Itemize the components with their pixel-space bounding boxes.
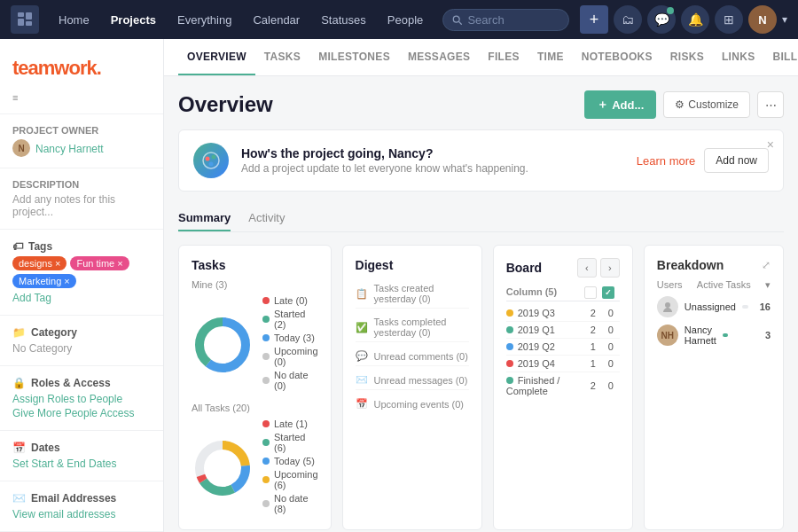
- content-tabs: Summary Activity: [178, 206, 784, 232]
- nav-everything[interactable]: Everything: [168, 8, 240, 32]
- svg-line-5: [459, 21, 462, 24]
- breakdown-expand-btn[interactable]: ⤢: [762, 259, 771, 271]
- chat-icon-btn[interactable]: 💬: [647, 5, 676, 34]
- board-prev-btn[interactable]: ‹: [577, 258, 597, 278]
- tasks-mine-donut: [192, 314, 254, 376]
- digest-item-4: 📅 Upcoming events (0): [356, 395, 469, 413]
- tab-messages[interactable]: Messages: [399, 40, 479, 75]
- breakdown-avatar-0: [657, 296, 678, 317]
- svg-point-18: [665, 302, 670, 308]
- board-row-0: 2019 Q3 2 0: [506, 305, 620, 322]
- folder-icon-btn[interactable]: 🗂: [614, 5, 642, 34]
- nav-statuses[interactable]: Statuses: [312, 8, 375, 32]
- learn-more-link[interactable]: Learn more: [637, 154, 695, 168]
- view-email-link[interactable]: View email addresses: [12, 508, 151, 520]
- assign-roles-link[interactable]: Assign Roles to People: [12, 393, 151, 405]
- digest-icon-1: ✅: [356, 322, 368, 333]
- nav-home[interactable]: Home: [50, 8, 98, 32]
- more-options-button[interactable]: ⋯: [757, 91, 784, 118]
- board-header-checkbox[interactable]: [584, 286, 597, 299]
- digest-icon-4: 📅: [356, 398, 368, 410]
- sidebar-dates: 📅 Dates Set Start & End Dates: [0, 436, 163, 475]
- nav-projects[interactable]: Projects: [102, 8, 165, 32]
- breakdown-title: Breakdown: [657, 258, 762, 272]
- bell-icon-btn[interactable]: 🔔: [681, 5, 709, 34]
- breakdown-row-1: NH Nancy Harnett 3: [657, 325, 771, 346]
- tab-overview[interactable]: Overview: [178, 40, 255, 75]
- add-tag-link[interactable]: Add Tag: [12, 292, 151, 304]
- svg-rect-3: [26, 21, 32, 26]
- summary-grid: Tasks Mine (3): [178, 245, 784, 530]
- sidebar-description: Description Add any notes for this proje…: [0, 174, 163, 223]
- tag-funtime[interactable]: Fun time ×: [70, 256, 129, 270]
- tab-notebooks[interactable]: Notebooks: [573, 40, 661, 75]
- banner-close-button[interactable]: ×: [767, 137, 774, 152]
- search-bar[interactable]: [442, 9, 569, 31]
- user-menu-chevron[interactable]: ▾: [782, 13, 787, 26]
- board-row-4: Finished / Complete 2 0: [506, 372, 620, 399]
- tab-risks[interactable]: Risks: [661, 40, 713, 75]
- tab-milestones[interactable]: Milestones: [309, 40, 399, 75]
- digest-icon-0: 📋: [356, 288, 368, 300]
- breakdown-count-1: 3: [756, 330, 771, 340]
- nav-calendar[interactable]: Calendar: [244, 8, 309, 32]
- svg-point-7: [206, 157, 210, 161]
- tasks-all-donut: [192, 437, 254, 499]
- tasks-card: Tasks Mine (3): [178, 245, 332, 530]
- board-next-btn[interactable]: ›: [600, 258, 620, 278]
- digest-card: Digest 📋 Tasks created yesterday (0) ✅ T…: [342, 245, 482, 530]
- tab-links[interactable]: Links: [713, 40, 764, 75]
- tab-activity[interactable]: Activity: [248, 206, 285, 231]
- app-logo-icon[interactable]: [11, 5, 39, 34]
- digest-item-3: ✉️ Unread messages (0): [356, 371, 469, 390]
- breakdown-name-1: Nancy Harnett: [685, 325, 716, 346]
- owner-name-link[interactable]: Nancy Harnett: [35, 143, 104, 155]
- grid-icon-btn[interactable]: ⊞: [715, 5, 743, 34]
- svg-rect-0: [18, 12, 24, 17]
- banner-text: How's the project going, Nancy? Add a pr…: [241, 146, 528, 175]
- breakdown-avatar-1: NH: [657, 325, 678, 346]
- svg-point-4: [454, 16, 460, 22]
- set-dates-link[interactable]: Set Start & End Dates: [12, 458, 151, 470]
- tab-billing[interactable]: Billing: [763, 40, 798, 75]
- tab-tasks[interactable]: Tasks: [255, 40, 309, 75]
- customize-button[interactable]: ⚙ Customize: [663, 91, 750, 118]
- tab-summary[interactable]: Summary: [178, 206, 231, 231]
- breakdown-bar-1: [723, 333, 750, 337]
- banner-actions: Learn more Add now: [637, 148, 769, 173]
- sub-navigation: Overview Tasks Milestones Messages Files…: [164, 39, 798, 76]
- give-access-link[interactable]: Give More People Access: [12, 407, 151, 419]
- svg-rect-2: [26, 12, 32, 20]
- sidebar-category: 📁 Category No Category: [0, 321, 163, 360]
- teamwork-logo: teamwork.: [0, 50, 163, 92]
- search-input[interactable]: [467, 13, 559, 27]
- tasks-all-legend: Late (1) Started (6) Today (5) Upcoming …: [262, 419, 318, 517]
- tag-designs[interactable]: designs ×: [12, 256, 66, 270]
- tasks-mine-label: Mine (3): [192, 279, 318, 290]
- tag-marketing[interactable]: Marketing ×: [12, 274, 76, 288]
- digest-icon-3: ✉️: [356, 374, 368, 386]
- user-avatar[interactable]: N: [748, 5, 777, 34]
- nav-people[interactable]: People: [379, 8, 432, 32]
- sidebar-collapse-btn[interactable]: ≡: [12, 92, 18, 103]
- brand-name: teamwork.: [12, 57, 151, 80]
- svg-point-9: [209, 162, 214, 167]
- tab-time[interactable]: Time: [528, 40, 573, 75]
- board-card: Board ‹ › Column (5) ✓ 2019 Q3 2: [493, 245, 633, 530]
- breakdown-card: Breakdown ⤢ Users Active Tasks ▾ Unassig…: [644, 245, 784, 530]
- sidebar-tags: 🏷 Tags designs × Fun time × Marketing × …: [0, 235, 163, 309]
- chat-badge: [667, 7, 674, 14]
- top-navigation: Home Projects Everything Calendar Status…: [0, 0, 798, 39]
- tasks-title: Tasks: [192, 258, 318, 272]
- page-header: Overview ＋ Add... ⚙ Customize ⋯: [178, 90, 784, 119]
- tasks-mine-legend: Late (0) Started (2) Today (3) Upcoming …: [262, 295, 318, 394]
- tab-files[interactable]: Files: [479, 40, 528, 75]
- add-now-button[interactable]: Add now: [704, 148, 769, 173]
- add-button[interactable]: +: [580, 5, 608, 34]
- search-icon: [452, 14, 462, 26]
- digest-item-1: ✅ Tasks completed yesterday (0): [356, 313, 469, 342]
- board-header-checked[interactable]: ✓: [602, 286, 614, 299]
- breakdown-bar-0: [742, 305, 750, 309]
- add-button[interactable]: ＋ Add...: [584, 90, 656, 119]
- tags-container: designs × Fun time × Marketing ×: [12, 256, 151, 288]
